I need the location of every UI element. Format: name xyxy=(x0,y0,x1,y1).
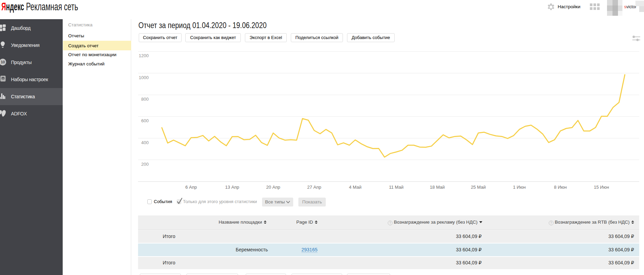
svg-text:11 Май: 11 Май xyxy=(389,185,404,190)
svg-text:200: 200 xyxy=(141,162,149,167)
svg-text:600: 600 xyxy=(141,118,149,123)
svg-text:1000: 1000 xyxy=(139,75,149,80)
svg-text:20 Апр: 20 Апр xyxy=(266,185,280,190)
svg-text:15 Июн: 15 Июн xyxy=(594,185,609,190)
svg-text:8 Июн: 8 Июн xyxy=(554,185,567,190)
svg-text:400: 400 xyxy=(141,140,149,145)
svg-text:6 Апр: 6 Апр xyxy=(185,185,197,190)
svg-text:1 Июн: 1 Июн xyxy=(513,185,526,190)
svg-text:1200: 1200 xyxy=(139,53,149,58)
svg-text:25 Май: 25 Май xyxy=(471,185,486,190)
svg-text:18 Май: 18 Май xyxy=(430,185,445,190)
svg-text:800: 800 xyxy=(141,97,149,102)
svg-text:27 Апр: 27 Апр xyxy=(307,185,321,190)
svg-text:4 Май: 4 Май xyxy=(349,185,361,190)
svg-text:10: 10 xyxy=(1,60,5,64)
svg-text:13 Апр: 13 Апр xyxy=(225,185,239,190)
